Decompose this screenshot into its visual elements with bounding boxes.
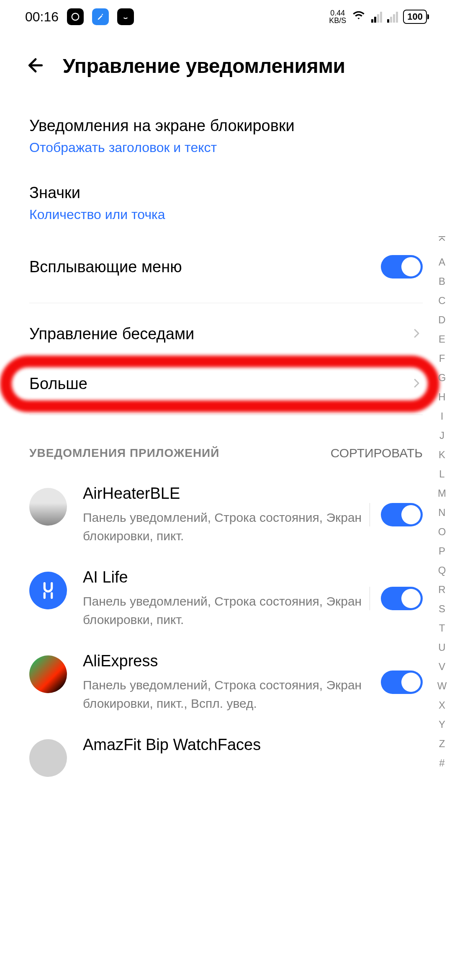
- alpha-letter[interactable]: X: [439, 699, 445, 711]
- app-icon: [29, 655, 67, 693]
- alpha-letter[interactable]: J: [439, 430, 444, 441]
- app-toggle-wrap: [370, 503, 423, 526]
- app-name: AI Life: [83, 568, 368, 586]
- alpha-letter[interactable]: A: [439, 256, 445, 268]
- status-left: 00:16: [25, 8, 134, 25]
- alpha-letter[interactable]: E: [439, 333, 445, 345]
- alpha-letter[interactable]: N: [438, 507, 445, 518]
- app-row[interactable]: AmazFit Bip WatchFaces: [29, 724, 423, 789]
- setting-lock-screen-sub: Отображать заголовок и текст: [29, 140, 423, 155]
- app-indicator-icon-2: [92, 8, 109, 25]
- alpha-letter[interactable]: R: [438, 584, 445, 596]
- setting-badges-sub: Количество или точка: [29, 207, 423, 222]
- app-name: AliExpress: [83, 652, 368, 670]
- alpha-letter[interactable]: D: [438, 314, 445, 326]
- app-row[interactable]: AI LifeПанель уведомлений, Строка состоя…: [29, 557, 423, 640]
- setting-lock-screen[interactable]: Уведомления на экране блокировки Отображ…: [29, 103, 423, 170]
- setting-popup[interactable]: Всплывающие меню: [29, 237, 423, 297]
- chevron-right-icon: [410, 327, 423, 341]
- alpha-index[interactable]: ABCDEFGHIJKLMNOPQRSTUVWXYZ#: [437, 235, 447, 769]
- alpha-letter[interactable]: M: [438, 487, 446, 499]
- scroll-top-icon[interactable]: [437, 235, 447, 247]
- network-speed: 0.44 KB/S: [329, 9, 346, 24]
- battery-indicator: 100: [403, 10, 427, 24]
- back-icon[interactable]: [25, 55, 46, 77]
- app-name: AirHeaterBLE: [83, 485, 368, 503]
- divider: [29, 415, 423, 415]
- status-bar: 00:16 0.44 KB/S 100: [0, 0, 452, 34]
- setting-conversations[interactable]: Управление беседами: [29, 309, 423, 359]
- alpha-letter[interactable]: O: [438, 526, 446, 538]
- alpha-letter[interactable]: Q: [438, 565, 446, 576]
- alpha-letter[interactable]: S: [439, 603, 445, 615]
- apps-section-header: УВЕДОМЛЕНИЯ ПРИЛОЖЕНИЙ СОРТИРОВАТЬ: [29, 421, 423, 473]
- setting-badges-title: Значки: [29, 184, 423, 202]
- divider: [29, 303, 423, 303]
- app-desc: Панель уведомлений, Строка состояния, Эк…: [83, 592, 368, 629]
- setting-lock-screen-title: Уведомления на экране блокировки: [29, 117, 423, 135]
- alpha-letter[interactable]: #: [439, 757, 444, 769]
- app-indicator-icon-1: [67, 8, 84, 25]
- alpha-letter[interactable]: T: [439, 622, 445, 634]
- alpha-letter[interactable]: G: [438, 372, 446, 384]
- content: Уведомления на экране блокировки Отображ…: [0, 103, 452, 789]
- alpha-letter[interactable]: C: [438, 295, 445, 307]
- alpha-letter[interactable]: Y: [439, 719, 445, 730]
- alpha-letter[interactable]: I: [441, 410, 444, 422]
- popup-toggle[interactable]: [381, 255, 423, 279]
- app-row[interactable]: AirHeaterBLEПанель уведомлений, Строка с…: [29, 473, 423, 557]
- alpha-letter[interactable]: H: [438, 391, 445, 403]
- app-toggle[interactable]: [381, 587, 423, 610]
- app-row[interactable]: AliExpressПанель уведомлений, Строка сос…: [29, 640, 423, 724]
- alpha-letter[interactable]: P: [439, 545, 445, 557]
- app-toggle[interactable]: [381, 503, 423, 526]
- setting-conversations-title: Управление беседами: [29, 325, 194, 343]
- setting-more-title: Больше: [29, 375, 87, 393]
- setting-more[interactable]: Больше: [29, 359, 423, 409]
- sort-button[interactable]: СОРТИРОВАТЬ: [331, 446, 423, 460]
- app-toggle-wrap: [370, 671, 423, 694]
- alpha-letter[interactable]: U: [438, 642, 445, 653]
- app-indicator-icon-3: [117, 8, 134, 25]
- setting-badges[interactable]: Значки Количество или точка: [29, 170, 423, 237]
- app-icon: [29, 572, 67, 609]
- alpha-letter[interactable]: Z: [439, 738, 445, 750]
- signal-icon-2: [387, 11, 398, 23]
- app-toggle-wrap: [370, 587, 423, 610]
- alpha-letter[interactable]: L: [439, 468, 444, 480]
- signal-icon-1: [371, 11, 382, 23]
- app-desc: Панель уведомлений, Строка состояния, Эк…: [83, 508, 368, 545]
- alpha-letter[interactable]: F: [439, 353, 445, 364]
- status-right: 0.44 KB/S 100: [329, 9, 427, 25]
- apps-list: AirHeaterBLEПанель уведомлений, Строка с…: [29, 473, 423, 789]
- chevron-right-icon: [410, 377, 423, 391]
- page-title: Управление уведомлениями: [63, 54, 345, 77]
- app-icon: [29, 739, 67, 777]
- app-text: AmazFit Bip WatchFaces: [83, 736, 423, 760]
- svg-point-0: [72, 13, 79, 21]
- page-header: Управление уведомлениями: [0, 34, 452, 103]
- alpha-letter[interactable]: V: [439, 661, 445, 673]
- app-desc: Панель уведомлений, Строка состояния, Эк…: [83, 676, 368, 712]
- alpha-letter[interactable]: K: [439, 449, 445, 461]
- setting-popup-title: Всплывающие меню: [29, 258, 182, 276]
- alpha-letter[interactable]: B: [439, 276, 445, 287]
- wifi-icon: [351, 9, 366, 25]
- apps-section-label: УВЕДОМЛЕНИЯ ПРИЛОЖЕНИЙ: [29, 446, 219, 460]
- app-toggle[interactable]: [381, 671, 423, 694]
- status-time: 00:16: [25, 9, 59, 25]
- alpha-letter[interactable]: W: [437, 680, 447, 692]
- app-name: AmazFit Bip WatchFaces: [83, 736, 368, 754]
- app-icon: [29, 488, 67, 526]
